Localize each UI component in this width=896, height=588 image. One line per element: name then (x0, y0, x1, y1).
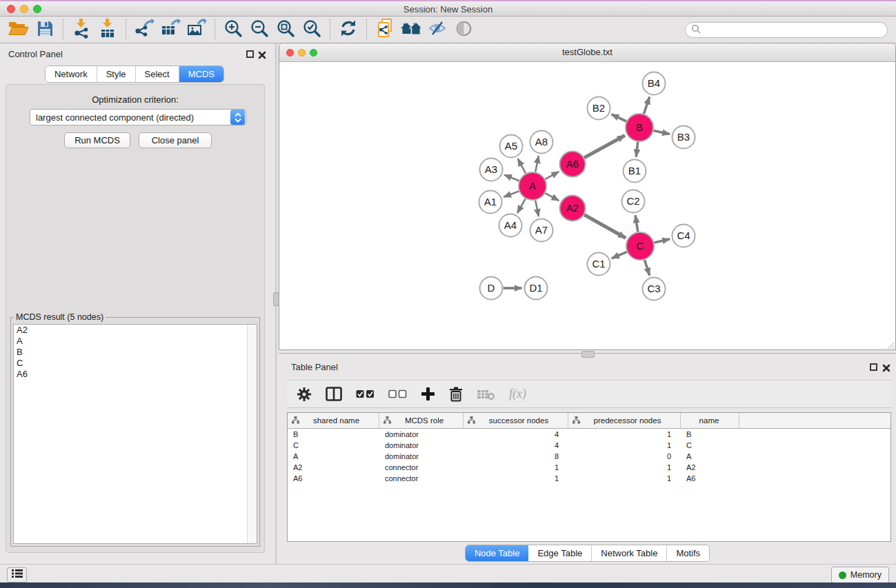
zoom-fit-button[interactable] (272, 18, 299, 41)
gear-icon[interactable] (297, 387, 312, 402)
column-header-MCDS-role[interactable]: MCDS role (379, 413, 464, 428)
node-label-C1: C1 (592, 258, 605, 270)
mcds-result-item[interactable]: C (14, 358, 257, 369)
zoom-in-button[interactable] (220, 18, 246, 41)
edge-A-A2[interactable] (545, 193, 559, 201)
table-cell: A2 (681, 462, 739, 473)
table-tab-motifs[interactable]: Motifs (667, 545, 709, 561)
edge-B-B4[interactable] (644, 97, 650, 114)
edge-A-A4[interactable] (517, 199, 526, 213)
column-header-label: shared name (299, 416, 379, 425)
mcds-result-title: MCDS result (5 nodes) (14, 312, 106, 322)
run-mcds-button[interactable]: Run MCDS (64, 132, 130, 148)
table-row[interactable]: A2connector11A2 (288, 462, 890, 473)
hide-eye-button[interactable] (424, 18, 450, 41)
zoom-out-button[interactable] (246, 18, 272, 41)
open-file-button[interactable] (6, 18, 32, 41)
view-eye-button[interactable] (450, 18, 477, 41)
edge-C-C2[interactable] (635, 215, 638, 232)
table-panel-close-button[interactable] (882, 363, 890, 375)
criterion-select[interactable]: largest connected component (directed) (30, 109, 246, 125)
main-toolbar (0, 17, 896, 43)
table-tab-edge-table[interactable]: Edge Table (528, 545, 592, 561)
close-panel-button[interactable]: Close panel (139, 132, 212, 148)
zoom-selected-button[interactable] (299, 18, 325, 41)
edge-C-C3[interactable] (644, 260, 649, 276)
search-icon (691, 24, 701, 37)
clone-network-icon (376, 18, 394, 41)
save-icon (37, 20, 54, 40)
column-header-predecessor-nodes[interactable]: predecessor nodes (568, 413, 681, 428)
table-panel-float-button[interactable] (870, 363, 877, 371)
edge-C-C1[interactable] (612, 252, 627, 258)
table-row[interactable]: Cdominator41C (288, 440, 890, 451)
control-panel-close-button[interactable] (258, 50, 266, 62)
hide-eye-icon (428, 20, 447, 39)
edge-A-A1[interactable] (504, 191, 519, 196)
mcds-result-item[interactable]: B (14, 347, 257, 358)
export-image-button[interactable] (183, 18, 210, 41)
save-session-button[interactable] (32, 18, 58, 41)
tab-network[interactable]: Network (46, 66, 97, 82)
column-header-name[interactable]: name (681, 413, 739, 428)
table-cell: connector (379, 462, 464, 473)
network-window-titlebar[interactable]: testGlobe.txt (279, 43, 895, 62)
mcds-result-item[interactable]: A2 (14, 325, 257, 336)
delete-table-icon[interactable] (477, 388, 495, 401)
edge-A-A5[interactable] (518, 159, 526, 173)
horizontal-split-grip[interactable] (581, 351, 595, 358)
column-header-successor-nodes[interactable]: successor nodes (464, 413, 568, 428)
column-header-shared-name[interactable]: shared name (288, 413, 379, 428)
tab-style[interactable]: Style (97, 66, 136, 82)
edge-C-C4[interactable] (654, 239, 670, 243)
edge-A-A8[interactable] (535, 156, 539, 172)
node-label-A5: A5 (505, 140, 517, 152)
app-titlebar[interactable]: Session: New Session (0, 1, 896, 17)
tab-select[interactable]: Select (136, 66, 179, 82)
edge-A-A3[interactable] (504, 175, 519, 181)
node-table: shared nameMCDS rolesuccessor nodesprede… (287, 412, 891, 542)
edge-A-A7[interactable] (535, 201, 539, 216)
search-input[interactable] (701, 24, 887, 36)
network-window-resize-grip[interactable] (886, 340, 895, 349)
network-canvas[interactable]: B4B2BB3A8A5A6A3B1AA1C2A2A4A7C4CC1C3DD1 (280, 62, 895, 349)
column-header-label: MCDS role (391, 416, 463, 425)
table-tab-network-table[interactable]: Network Table (592, 545, 667, 561)
add-column-icon[interactable] (421, 387, 435, 401)
homes-button[interactable] (398, 18, 424, 41)
edge-B-B1[interactable] (636, 142, 637, 157)
mcds-result-item[interactable]: A6 (14, 369, 257, 380)
export-table-button[interactable] (157, 18, 183, 41)
table-cell: A (681, 451, 739, 462)
toolbar-separator (63, 19, 63, 40)
deselect-all-icon[interactable] (388, 389, 407, 398)
import-network-button[interactable] (68, 18, 94, 41)
tab-mcds[interactable]: MCDS (179, 66, 223, 82)
table-tab-node-table[interactable]: Node Table (466, 545, 529, 561)
edge-A6-B[interactable] (584, 136, 625, 158)
clone-network-button[interactable] (372, 18, 398, 41)
control-panel-float-button[interactable] (246, 50, 254, 58)
view-eye-icon (455, 20, 472, 40)
export-network-button[interactable] (131, 18, 157, 41)
app-title: Session: New Session (0, 4, 896, 14)
memory-button[interactable]: Memory (831, 567, 889, 583)
function-builder-icon[interactable]: f(x) (509, 387, 526, 401)
table-row[interactable]: Adominator80A (288, 451, 890, 462)
delete-column-icon[interactable] (449, 387, 463, 402)
edge-A-A6[interactable] (545, 172, 559, 179)
edge-A2-C[interactable] (584, 215, 626, 239)
select-all-icon[interactable] (356, 389, 375, 398)
node-label-C2: C2 (626, 195, 639, 207)
mcds-result-list[interactable]: A2ABCA6 (13, 324, 257, 544)
edge-B-B3[interactable] (654, 131, 670, 134)
mcds-result-scrollbar[interactable] (247, 325, 257, 543)
split-columns-icon[interactable] (326, 387, 342, 401)
table-row[interactable]: A6connector11A6 (288, 473, 890, 484)
edge-B-B2[interactable] (612, 114, 627, 121)
import-table-button[interactable] (94, 18, 121, 41)
table-row[interactable]: Bdominator41B (288, 429, 890, 440)
mcds-result-item[interactable]: A (14, 336, 257, 347)
refresh-button[interactable] (335, 18, 361, 41)
task-history-button[interactable] (7, 567, 27, 582)
